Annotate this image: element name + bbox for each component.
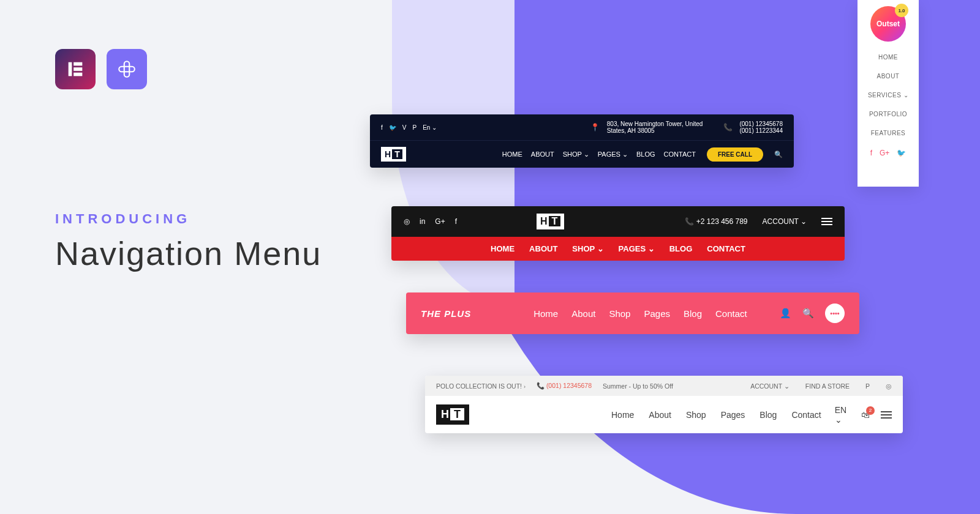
nav2-blog[interactable]: BLOG <box>669 244 693 253</box>
nav1-phone-1: (001) 12345678 <box>739 121 783 127</box>
nav2-pages[interactable]: PAGES ⌄ <box>619 244 655 253</box>
nav-example-dark: f 🐦 V P En ⌄ 📍 803, New Hamington Tower,… <box>370 114 794 168</box>
nav2-contact[interactable]: CONTACT <box>707 244 745 253</box>
nav1-contact[interactable]: CONTACT <box>664 151 696 158</box>
nav1-social: f 🐦 V P En ⌄ <box>381 124 437 131</box>
outset-nav-home[interactable]: HOME <box>858 48 919 67</box>
nav1-phone-2: (001) 11223344 <box>739 127 783 134</box>
nav2-shop[interactable]: SHOP ⌄ <box>572 244 603 253</box>
nav4-about[interactable]: About <box>649 410 671 420</box>
search-icon[interactable]: 🔍 <box>802 308 814 319</box>
outset-social: f G+ 🐦 <box>858 143 919 163</box>
nav-example-red: ◎ in G+ f HT 📞 +2 123 456 789 ACCOUNT ⌄ … <box>391 206 845 261</box>
instagram-icon[interactable]: ◎ <box>404 217 410 226</box>
outset-logo[interactable]: Outset <box>870 6 906 42</box>
svg-rect-2 <box>74 67 82 71</box>
nav-example-light: POLO COLLECTION IS OUT! › 📞 (001) 123456… <box>425 376 903 433</box>
nav1-address-1: 803, New Hamington Tower, United <box>607 121 703 127</box>
pinterest-icon[interactable]: P <box>865 382 870 390</box>
account-dropdown[interactable]: ACCOUNT ⌄ <box>763 217 807 226</box>
headline: INTRODUCING Navigation Menu <box>55 211 322 272</box>
elementor-icon <box>55 49 96 89</box>
hamburger-icon[interactable] <box>881 411 892 419</box>
nav1-menu: HOME ABOUT SHOP ⌄ PAGES ⌄ BLOG CONTACT <box>502 151 696 158</box>
nav2-about[interactable]: ABOUT <box>529 244 557 253</box>
outset-nav-about[interactable]: ABOUT <box>858 67 919 86</box>
lang-selector[interactable]: En ⌄ <box>423 124 437 131</box>
nav3-about[interactable]: About <box>571 308 595 319</box>
pinterest-icon[interactable]: P <box>412 124 417 131</box>
nav-example-pink: THE PLUS Home About Shop Pages Blog Cont… <box>406 292 859 334</box>
linkedin-icon[interactable]: in <box>420 217 425 226</box>
twitter-icon[interactable]: 🐦 <box>389 124 396 131</box>
hamburger-icon[interactable] <box>821 218 832 225</box>
nav1-shop[interactable]: SHOP ⌄ <box>563 151 589 158</box>
nav3-pages[interactable]: Pages <box>644 308 670 319</box>
svg-rect-0 <box>69 62 72 76</box>
google-plus-icon[interactable]: G+ <box>435 217 445 226</box>
brand-icons <box>55 49 147 89</box>
nav3-menu: Home About Shop Pages Blog Contact <box>533 308 747 319</box>
facebook-icon[interactable]: f <box>381 124 383 131</box>
outset-nav-services[interactable]: SERVICES ⌄ <box>858 86 919 105</box>
outset-nav-portfolio[interactable]: PORTFOLIO <box>858 105 919 124</box>
nav1-about[interactable]: ABOUT <box>531 151 554 158</box>
outset-nav-features[interactable]: FEATURES <box>858 124 919 143</box>
twitter-icon[interactable]: 🐦 <box>897 149 906 157</box>
nav1-blog[interactable]: BLOG <box>636 151 655 158</box>
account-dropdown[interactable]: ACCOUNT ⌄ <box>750 382 790 390</box>
free-call-button[interactable]: FREE CALL <box>707 147 763 162</box>
sale-text: Summer - Up to 50% Off <box>603 382 673 390</box>
location-pin-icon: 📍 <box>589 121 602 134</box>
nav4-contact[interactable]: Contact <box>791 410 821 420</box>
svg-rect-3 <box>74 73 82 76</box>
menu-dots-icon[interactable]: •••• <box>825 304 845 323</box>
user-icon[interactable]: 👤 <box>780 308 791 319</box>
find-store-link[interactable]: FIND A STORE <box>805 382 850 390</box>
nav3-brand[interactable]: THE PLUS <box>421 308 471 319</box>
nav1-logo[interactable]: HT <box>381 147 406 162</box>
nav4-pages[interactable]: Pages <box>721 410 745 420</box>
search-icon[interactable]: 🔍 <box>774 151 783 158</box>
eyebrow-text: INTRODUCING <box>55 211 322 227</box>
theplus-icon <box>107 49 147 89</box>
nav4-home[interactable]: Home <box>611 410 634 420</box>
main-title: Navigation Menu <box>55 234 322 272</box>
instagram-icon[interactable]: ◎ <box>886 382 892 390</box>
nav3-home[interactable]: Home <box>533 308 558 319</box>
facebook-icon[interactable]: f <box>455 217 457 226</box>
nav2-home[interactable]: HOME <box>491 244 514 253</box>
nav3-shop[interactable]: Shop <box>609 308 630 319</box>
facebook-icon[interactable]: f <box>870 149 872 157</box>
outset-sidebar: Outset HOME ABOUT SERVICES ⌄ PORTFOLIO F… <box>858 0 919 187</box>
lang-selector[interactable]: EN ⌄ <box>835 405 850 425</box>
nav4-logo[interactable]: HT <box>436 404 469 425</box>
svg-rect-1 <box>74 62 82 66</box>
promo-text: POLO COLLECTION IS OUT! › <box>436 382 526 390</box>
nav4-phone: 📞 (001) 12345678 <box>537 382 592 390</box>
nav4-menu: Home About Shop Pages Blog Contact <box>611 410 821 420</box>
nav1-pages[interactable]: PAGES ⌄ <box>598 151 628 158</box>
cart-icon[interactable]: 🛍2 <box>861 410 870 420</box>
nav2-logo[interactable]: HT <box>537 214 564 229</box>
nav3-blog[interactable]: Blog <box>684 308 702 319</box>
nav4-shop[interactable]: Shop <box>686 410 706 420</box>
nav1-address-2: States, AH 38005 <box>607 127 703 134</box>
nav4-blog[interactable]: Blog <box>760 410 777 420</box>
svg-rect-4 <box>124 61 130 77</box>
nav2-phone: 📞 +2 123 456 789 <box>685 217 747 226</box>
vimeo-icon[interactable]: V <box>402 124 407 131</box>
nav2-menu: HOME ABOUT SHOP ⌄ PAGES ⌄ BLOG CONTACT <box>391 237 845 261</box>
svg-rect-5 <box>119 67 135 72</box>
phone-icon: 📞 <box>721 121 734 134</box>
nav1-home[interactable]: HOME <box>502 151 522 158</box>
nav3-contact[interactable]: Contact <box>715 308 747 319</box>
google-plus-icon[interactable]: G+ <box>880 149 889 157</box>
